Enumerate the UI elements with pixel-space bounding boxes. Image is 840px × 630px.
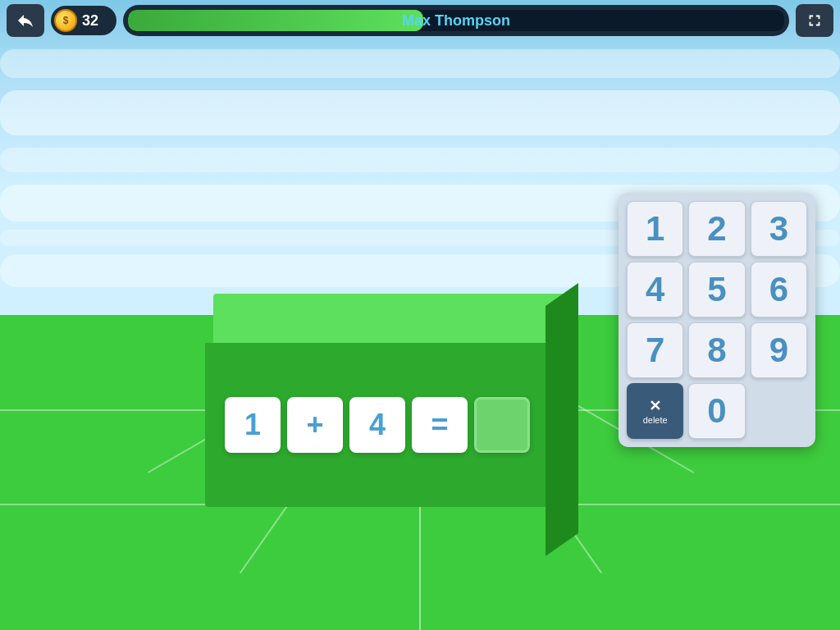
cloud-stripe-2 — [0, 90, 840, 135]
building: 1 + 4 = — [205, 294, 558, 507]
operator-tile: + — [287, 397, 343, 453]
numpad: 1 2 3 4 5 6 7 8 9 ✕ delete 0 — [619, 193, 815, 447]
building-front: 1 + 4 = — [205, 343, 550, 507]
coin-icon: $ — [54, 9, 77, 32]
cloud-stripe-3 — [0, 148, 840, 172]
num-btn-2[interactable]: 2 — [688, 201, 745, 257]
numpad-bottom-row: ✕ delete 0 — [627, 383, 807, 439]
num-btn-8[interactable]: 8 — [688, 322, 745, 378]
exit-button[interactable] — [7, 4, 44, 37]
num-btn-7[interactable]: 7 — [627, 322, 683, 378]
numpad-grid: 1 2 3 4 5 6 7 8 9 — [627, 201, 807, 378]
answer-tile[interactable] — [474, 397, 530, 453]
coin-counter: $ 32 — [51, 6, 116, 35]
equation-row: 1 + 4 = — [225, 397, 530, 453]
num-btn-5[interactable]: 5 — [688, 262, 745, 317]
delete-button[interactable]: ✕ delete — [627, 383, 683, 439]
coin-count: 32 — [82, 12, 98, 30]
empty-slot — [751, 383, 807, 439]
num-btn-0[interactable]: 0 — [688, 383, 745, 439]
exit-icon — [16, 11, 35, 30]
xp-bar-fill — [128, 10, 423, 31]
building-top — [213, 294, 566, 343]
building-side — [546, 283, 578, 556]
fullscreen-button[interactable] — [796, 4, 833, 37]
game-scene: 1 + 4 = 1 2 3 4 5 6 7 8 9 ✕ delete 0 — [0, 0, 840, 630]
equals-tile: = — [412, 397, 468, 453]
delete-label: delete — [643, 415, 668, 425]
hud: $ 32 Max Thompson — [0, 0, 840, 41]
operand1-tile: 1 — [225, 397, 281, 453]
player-name: Max Thompson — [402, 12, 510, 30]
num-btn-9[interactable]: 9 — [751, 322, 807, 378]
num-btn-1[interactable]: 1 — [627, 201, 683, 257]
num-btn-3[interactable]: 3 — [751, 201, 807, 257]
delete-x-icon: ✕ — [649, 397, 661, 415]
cloud-stripe-1 — [0, 49, 840, 78]
num-btn-6[interactable]: 6 — [751, 262, 807, 317]
fullscreen-icon — [806, 11, 824, 30]
operand2-tile: 4 — [349, 397, 405, 453]
num-btn-4[interactable]: 4 — [627, 262, 683, 317]
player-bar: Max Thompson — [123, 5, 789, 36]
